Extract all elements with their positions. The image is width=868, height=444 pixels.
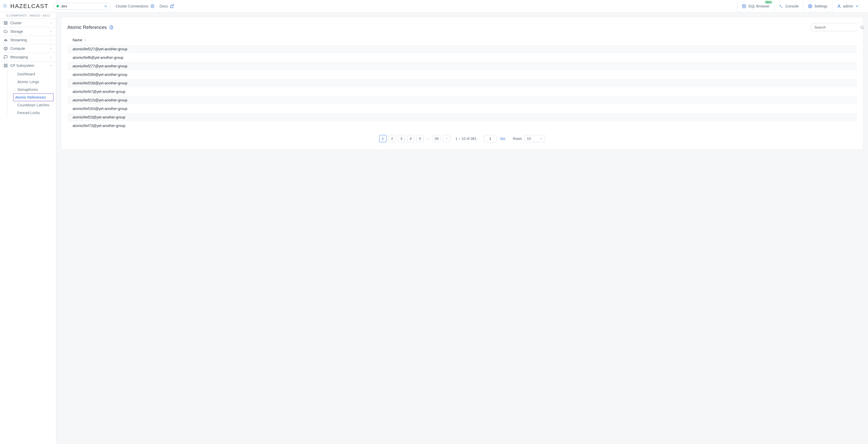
page-buttons: 12345 xyxy=(379,135,424,142)
grid-icon xyxy=(4,21,8,25)
svg-rect-24 xyxy=(4,66,5,67)
page-button[interactable]: 3 xyxy=(398,135,405,142)
table-row[interactable]: atomicRef47@yet-another-group xyxy=(67,87,857,96)
sql-browser-button[interactable]: New SQL Browser xyxy=(737,0,774,12)
topbar: HAZELCAST dev Cluster Connections Docs N… xyxy=(0,0,868,12)
search-icon xyxy=(860,25,864,29)
page-button[interactable]: 5 xyxy=(416,135,424,142)
chevron-down-icon xyxy=(103,4,108,8)
chevron-down-icon xyxy=(49,22,53,25)
document-icon[interactable] xyxy=(109,25,114,29)
page-last-button[interactable]: 39 xyxy=(433,135,440,142)
sidebar-item-storage[interactable]: Storage xyxy=(0,27,56,36)
brand: HAZELCAST xyxy=(3,3,49,9)
page-next-button[interactable] xyxy=(443,135,450,142)
terminal-icon xyxy=(779,4,783,8)
settings-button[interactable]: Settings xyxy=(803,0,832,12)
sort-asc-icon xyxy=(84,38,87,41)
settings-label: Settings xyxy=(814,4,828,8)
sidebar-item-streaming[interactable]: Streaming xyxy=(0,36,56,44)
rows-label: Rows xyxy=(513,137,522,141)
sidebar-sub-semaphores[interactable]: Semaphores xyxy=(15,86,56,94)
signal-icon xyxy=(4,38,8,42)
chevron-down-icon xyxy=(49,30,53,33)
sidebar-sub-atomic-longs[interactable]: Atomic Longs xyxy=(15,78,56,86)
table-row[interactable]: atomicRef227@yet-another-group xyxy=(67,45,857,53)
table-row[interactable]: atomicRef23@yet-another-group xyxy=(67,113,857,121)
pagination-ellipsis: ··· xyxy=(426,137,430,141)
sql-browser-label: SQL Browser xyxy=(748,4,770,8)
sidebar-sub-countdown-latches[interactable]: Countdown Latches xyxy=(15,101,56,109)
sidebar-item-cp-subsystem[interactable]: CP Subsystem xyxy=(0,61,56,70)
svg-point-8 xyxy=(6,7,6,7)
search-input[interactable] xyxy=(814,25,860,30)
svg-point-2 xyxy=(6,4,6,5)
sidebar-cp-children: Dashboard Atomic Longs Semaphores Atomic… xyxy=(7,70,56,117)
chevron-down-icon xyxy=(540,137,543,140)
chevron-down-icon xyxy=(49,47,53,50)
sidebar-sub-fenced-locks[interactable]: Fenced Locks xyxy=(15,109,56,117)
table-row[interactable]: atomicRef163@yet-another-group xyxy=(67,104,857,113)
new-badge: New xyxy=(765,1,773,4)
cluster-connections-label: Cluster Connections xyxy=(116,4,148,8)
cluster-status-dot-icon xyxy=(57,5,59,7)
column-header-name[interactable]: Name xyxy=(67,37,857,45)
table-row[interactable]: atomicRef215@yet-another-group xyxy=(67,96,857,104)
page-button[interactable]: 4 xyxy=(407,135,414,142)
sidebar-item-label: Streaming xyxy=(10,38,47,42)
sidebar-item-messaging[interactable]: Messaging xyxy=(0,53,56,61)
svg-point-13 xyxy=(743,4,746,5)
table-body: atomicRef227@yet-another-groupatomicRef6… xyxy=(67,45,857,130)
sidebar-sub-atomic-references[interactable]: Atomic References xyxy=(13,94,54,101)
svg-point-5 xyxy=(6,5,6,6)
console-button[interactable]: Console xyxy=(774,0,803,12)
card-header: Atomic References xyxy=(67,24,857,31)
pagination: 12345 ··· 39 1 – 10 of 381 Go Rows 10 xyxy=(67,130,857,142)
svg-point-1 xyxy=(5,4,5,5)
brand-name: HAZELCAST xyxy=(10,3,49,9)
user-label: admin xyxy=(843,4,853,8)
svg-point-16 xyxy=(838,5,840,6)
svg-rect-23 xyxy=(6,64,7,65)
cluster-connections-link[interactable]: Cluster Connections xyxy=(116,4,154,8)
topbar-right: New SQL Browser Console Settings admin xyxy=(737,0,864,12)
sidebar-item-cluster[interactable]: Cluster xyxy=(0,19,56,27)
user-menu[interactable]: admin xyxy=(832,0,864,12)
layout: 5.1-SNAPSHOT - 24/02/22 - 03:12 Cluster … xyxy=(0,12,868,444)
sidebar-sub-dashboard[interactable]: Dashboard xyxy=(15,70,56,78)
svg-point-28 xyxy=(861,26,863,28)
sidebar-item-compute[interactable]: Compute xyxy=(0,44,56,53)
console-label: Console xyxy=(785,4,799,8)
table-row[interactable]: atomicRef6@yet-another-group xyxy=(67,53,857,62)
chevron-down-icon xyxy=(855,4,859,8)
folder-icon xyxy=(4,29,8,34)
chevron-right-icon xyxy=(445,137,448,140)
pagination-range: 1 – 10 of 381 xyxy=(456,137,476,141)
page-button[interactable]: 2 xyxy=(389,135,396,142)
chevron-down-icon xyxy=(49,56,53,59)
table-row[interactable]: atomicRef289@yet-another-group xyxy=(67,70,857,79)
table-row[interactable]: atomicRef277@yet-another-group xyxy=(67,62,857,70)
table-row[interactable]: atomicRef73@yet-another-group xyxy=(67,121,857,130)
svg-point-15 xyxy=(810,6,811,7)
card: Atomic References Name atomicRef227@yet-… xyxy=(61,17,863,150)
svg-point-6 xyxy=(4,7,4,7)
search-box[interactable] xyxy=(811,24,857,31)
sidebar: 5.1-SNAPSHOT - 24/02/22 - 03:12 Cluster … xyxy=(0,12,56,444)
gear-icon xyxy=(808,4,812,8)
rows-per-page-value: 10 xyxy=(527,137,531,141)
cluster-select[interactable]: dev xyxy=(54,3,111,9)
page-button[interactable]: 1 xyxy=(379,135,386,142)
docs-label: Docs xyxy=(160,4,168,8)
rows-per-page-select[interactable]: 10 xyxy=(524,135,545,142)
message-icon xyxy=(4,55,8,59)
page-title: Atomic References xyxy=(67,25,107,30)
docs-link[interactable]: Docs xyxy=(160,4,174,8)
goto-page-input[interactable] xyxy=(484,135,497,142)
main: Atomic References Name atomicRef227@yet-… xyxy=(56,12,868,444)
version-line: 5.1-SNAPSHOT - 24/02/22 - 03:12 xyxy=(0,12,56,19)
hazelcast-logo-icon xyxy=(3,4,8,8)
svg-rect-18 xyxy=(6,22,7,23)
goto-page-button[interactable]: Go xyxy=(500,137,505,141)
table-row[interactable]: atomicRef239@yet-another-group xyxy=(67,79,857,87)
